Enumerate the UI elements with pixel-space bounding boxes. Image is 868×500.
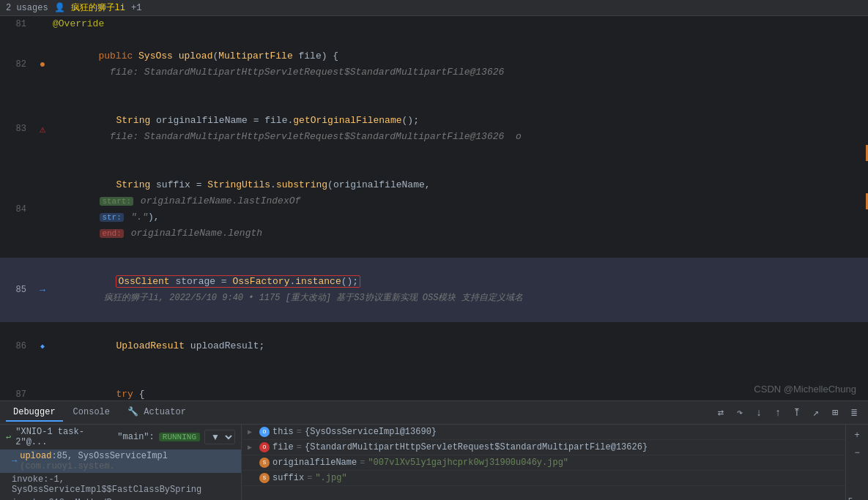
toolbar-btn-settings[interactable]: ≣: [846, 405, 862, 421]
remove-watch-button[interactable]: −: [849, 445, 865, 461]
actuator-tab-label: Actuator: [144, 407, 186, 417]
breakpoint-82: ●: [40, 59, 45, 70]
line-number-83: 83: [0, 124, 35, 134]
debug-tabs-bar: Debugger Console 🔧 Actuator ⇄ ↷ ↓ ↑ ⤒ ↗ …: [0, 401, 868, 425]
add-watch-button[interactable]: +: [849, 428, 865, 444]
line-number-85: 85: [0, 285, 35, 295]
code-line-83: 83 ⚠ String originalfileName = file.getO…: [0, 97, 868, 161]
gutter-86: ◆: [35, 342, 50, 351]
var-name-this: this: [272, 427, 294, 437]
code-line-81: 81 @Override: [0, 16, 868, 32]
thread-filter[interactable]: ▼: [204, 430, 235, 444]
line-content-87: try {: [50, 370, 868, 400]
line-number-84: 84: [0, 204, 35, 214]
line-content-85: OssClient storage = OssFactory.instance(…: [50, 258, 868, 322]
user-icon: 👤: [54, 2, 65, 13]
line-content-81: @Override: [50, 16, 868, 32]
error-icon-83: ⚠: [40, 123, 45, 135]
line-content-82: public SysOss upload(MultipartFile file)…: [50, 32, 868, 97]
thread-main-label: "main":: [117, 432, 154, 442]
current-line-arrow: →: [40, 285, 45, 296]
code-line-87: 87 try {: [0, 370, 868, 400]
bookmark-86: ◆: [40, 342, 45, 351]
file-icon: o: [259, 442, 270, 452]
code-line-86: 86 ◆ UploadResult uploadResult;: [0, 322, 868, 370]
gutter-83: ⚠: [35, 123, 50, 135]
var-eq-originalfilename: =: [360, 458, 365, 468]
code-line-82: 82 ● public SysOss upload(MultipartFile …: [0, 32, 868, 97]
thread-status: RUNNING: [159, 433, 200, 441]
stack-frame-0[interactable]: → upload:85, SysOssServiceImpl (com.ruoy…: [0, 449, 241, 473]
debug-content: ↩ "XNIO-1 task-2"@... "main": RUNNING ▼ …: [0, 425, 868, 500]
var-row-file[interactable]: ▶ o file = {StandardMultipartHttpServlet…: [242, 440, 845, 455]
debug-panel: Debugger Console 🔧 Actuator ⇄ ↷ ↓ ↑ ⤒ ↗ …: [0, 400, 868, 500]
csdn-watermark: CSDN @MichelleChung: [754, 384, 856, 395]
code-editor: 81 @Override 82 ● public SysOss upload(M…: [0, 16, 868, 400]
thread-item[interactable]: ↩ "XNIO-1 task-2"@... "main": RUNNING ▼: [0, 425, 241, 449]
line-content-84: String suffix = StringUtils.substring(or…: [50, 161, 868, 258]
toolbar-btn-run-cursor[interactable]: ⤒: [789, 405, 805, 421]
debug-toolbar: ⇄ ↷ ↓ ↑ ⤒ ↗ ⊞ ≣: [713, 405, 862, 421]
usage-count: 2 usages: [6, 3, 48, 13]
gutter-85: →: [35, 285, 50, 296]
var-val-file: {StandardMultipartHttpServletRequest$Sta…: [305, 442, 648, 452]
toolbar-btn-step-out[interactable]: ↑: [770, 405, 786, 421]
debugger-tab-label: Debugger: [13, 407, 56, 417]
author-name: 疯狂的狮子li: [71, 1, 125, 14]
thread-arrow: ↩: [6, 432, 11, 443]
code-line-85: 85 → OssClient storage = OssFactory.inst…: [0, 258, 868, 322]
expand-suffix: ▶: [248, 474, 256, 482]
debug-right-panel: ▶ o this = {SysOssServiceImpl@13690} ▶ o…: [242, 425, 845, 500]
code-lines: 81 @Override 82 ● public SysOss upload(M…: [0, 16, 868, 400]
line-number-82: 82: [0, 59, 35, 70]
tab-debugger[interactable]: Debugger: [6, 404, 63, 422]
stack-frame-1[interactable]: invoke:-1, SysOssServiceImpl$$FastClassB…: [0, 473, 241, 496]
line-content-86: UploadResult uploadResult;: [50, 322, 868, 370]
var-val-originalfilename: "007vlXv5ly1gajhcprk0wj31900u046y.jpg": [368, 458, 568, 468]
suffix-icon: s: [259, 473, 270, 483]
expand-originalfilename: ▶: [248, 458, 256, 467]
extra-count: +1: [131, 3, 141, 13]
debug-left-panel: ↩ "XNIO-1 task-2"@... "main": RUNNING ▼ …: [0, 425, 242, 500]
tab-actuator[interactable]: 🔧 Actuator: [120, 403, 193, 422]
toolbar-btn-step-into[interactable]: ↓: [751, 405, 767, 421]
toolbar-btn-table[interactable]: ⊞: [827, 405, 843, 421]
gutter-82: ●: [35, 59, 50, 70]
expand-this[interactable]: ▶: [248, 428, 256, 436]
actuator-icon: 🔧: [127, 407, 138, 417]
line-number-81: 81: [0, 19, 35, 29]
toolbar-btn-step-over[interactable]: ↷: [732, 405, 748, 421]
var-name-suffix: suffix: [272, 473, 304, 483]
code-line-84: 84 String suffix = StringUtils.substring…: [0, 161, 868, 258]
originalfilename-icon: s: [259, 458, 270, 468]
toolbar-btn-resume[interactable]: ⇄: [713, 405, 729, 421]
line-number-87: 87: [0, 389, 35, 400]
line-content-83: String originalfileName = file.getOrigin…: [50, 97, 868, 161]
var-val-this: {SysOssServiceImpl@13690}: [305, 427, 437, 437]
frame-arrow-0: →: [12, 456, 17, 466]
var-row-suffix[interactable]: ▶ s suffix = ".jpg": [242, 471, 845, 486]
usage-hint-bar: 2 usages 👤 疯狂的狮子li +1: [0, 0, 868, 16]
debug-side-buttons: + − E... Jav: [845, 425, 868, 500]
tab-console[interactable]: Console: [66, 404, 117, 422]
var-row-originalfilename[interactable]: ▶ s originalfileName = "007vlXv5ly1gajhc…: [242, 455, 845, 471]
var-name-originalfilename: originalfileName: [272, 458, 357, 468]
java-tab-button[interactable]: E... Jav: [849, 497, 865, 500]
toolbar-btn-evaluate[interactable]: ↗: [808, 405, 824, 421]
var-val-suffix: ".jpg": [315, 473, 346, 483]
var-eq-file: =: [297, 442, 302, 452]
frame-label-1: invoke:-1, SysOssServiceImpl$$FastClassB…: [12, 474, 235, 495]
stack-frame-2[interactable]: invoke:218, MethodProxy (org.springframe…: [0, 496, 241, 500]
expand-file[interactable]: ▶: [248, 443, 256, 452]
var-eq-suffix: =: [307, 473, 312, 483]
var-name-file: file: [272, 442, 294, 452]
console-tab-label: Console: [73, 407, 110, 417]
line-number-86: 86: [0, 341, 35, 351]
frame-label-0: upload:85, SysOssServiceImpl (com.ruoyi.…: [20, 451, 235, 471]
thread-label: "XNIO-1 task-2"@...: [15, 427, 113, 447]
this-icon: o: [259, 427, 270, 437]
var-eq-this: =: [297, 427, 302, 437]
var-row-this[interactable]: ▶ o this = {SysOssServiceImpl@13690}: [242, 425, 845, 440]
